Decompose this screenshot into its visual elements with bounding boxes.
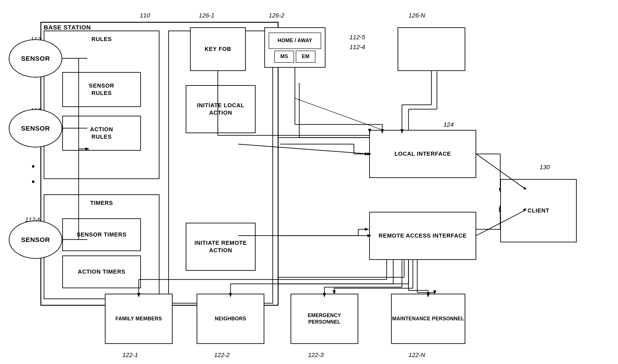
dot-1: • <box>32 162 35 171</box>
sensor-2-label: SENSOR <box>21 125 50 132</box>
svg-marker-17 <box>365 228 369 231</box>
neighbors-box: NEIGHBORS <box>197 294 264 344</box>
em-box: EM <box>296 51 316 63</box>
local-interface-box: LOCAL INTERFACE <box>369 130 476 178</box>
local-interface-label: LOCAL INTERFACE <box>394 150 451 158</box>
remote-access-interface-box: REMOTE ACCESS INTERFACE <box>369 212 476 260</box>
timers-box: TIMERS SENSOR TIMERS ACTION TIMERS <box>44 194 159 299</box>
ref-122-2: 122-2 <box>214 351 230 359</box>
diagram-container: 110 116 120 118 112-1 112-2 112-N 112-3 … <box>0 0 618 364</box>
remote-access-interface-label: REMOTE ACCESS INTERFACE <box>379 232 467 240</box>
svg-line-93 <box>295 98 382 130</box>
sensor-N-label: SENSOR <box>21 236 50 244</box>
neighbors-label: NEIGHBORS <box>215 315 246 322</box>
action-rules-box: ACTIONRULES <box>62 116 141 151</box>
base-station-label: BASE STATION <box>44 24 91 31</box>
dot-2: • <box>32 177 35 187</box>
ref-112-5: 112-5 <box>350 34 365 41</box>
emergency-personnel-box: EMERGENCY PERSONNEL <box>290 294 358 344</box>
sensor-N-ellipse: SENSOR <box>9 221 62 259</box>
initiate-local-action-label: INITIATE LOCAL ACTION <box>186 102 255 117</box>
ms-box: MS <box>274 51 294 63</box>
sensor-timers-box: SENSOR TIMERS <box>62 218 141 251</box>
box-126-N <box>398 27 465 71</box>
ms-label: MS <box>280 53 288 60</box>
actions-box: ACTIONS INITIATE LOCAL ACTION INITIATE R… <box>168 31 273 303</box>
ref-110: 110 <box>140 12 150 19</box>
ref-130: 130 <box>539 164 550 171</box>
sensor-2-ellipse: SENSOR <box>9 109 62 147</box>
svg-marker-13 <box>365 152 369 156</box>
initiate-remote-action-box: INITIATE REMOTE ACTION <box>186 223 256 271</box>
maintenance-personnel-label: MAINTENANCE PERSONNEL <box>392 315 464 322</box>
timers-label: TIMERS <box>90 199 113 207</box>
ref-124: 124 <box>444 121 454 128</box>
rules-label: RULES <box>91 36 112 43</box>
family-members-label: FAMILY MEMBERS <box>116 315 162 322</box>
maintenance-personnel-box: MAINTENANCE PERSONNEL <box>391 294 465 344</box>
action-timers-label: ACTION TIMERS <box>78 268 125 275</box>
ref-122-3: 122-3 <box>308 351 324 359</box>
sensor-1-label: SENSOR <box>21 55 50 62</box>
sensor-rules-label: SENSORRULES <box>89 82 114 97</box>
ref-126-1: 126-1 <box>199 12 214 19</box>
home-away-label: HOME / AWAY <box>278 37 312 44</box>
emergency-personnel-label: EMERGENCY PERSONNEL <box>291 312 358 325</box>
sensor-1-ellipse: SENSOR <box>9 39 62 78</box>
ref-126-N: 126-N <box>408 12 425 19</box>
home-away-box: HOME / AWAY <box>269 33 321 49</box>
family-members-box: FAMILY MEMBERS <box>105 294 172 344</box>
key-fob-label: KEY FOB <box>204 45 231 53</box>
key-fob-box: KEY FOB <box>190 27 246 71</box>
home-away-outer-box: HOME / AWAY MS EM <box>264 27 326 68</box>
sensor-timers-label: SENSOR TIMERS <box>77 231 127 238</box>
em-label: EM <box>302 53 310 60</box>
sensor-rules-box: SENSORRULES <box>62 72 141 107</box>
ref-126-2: 126-2 <box>269 12 284 19</box>
action-rules-label: ACTIONRULES <box>90 126 113 141</box>
action-timers-box: ACTION TIMERS <box>62 256 141 288</box>
client-box: CLIENT <box>500 179 577 242</box>
initiate-remote-action-label: INITIATE REMOTE ACTION <box>186 239 255 254</box>
ref-122-N: 122-N <box>408 351 425 359</box>
ref-112-4: 112-4 <box>350 44 365 51</box>
initiate-local-action-box: INITIATE LOCAL ACTION <box>186 85 256 133</box>
ref-122-1: 122-1 <box>122 351 138 359</box>
client-label: CLIENT <box>527 207 549 214</box>
